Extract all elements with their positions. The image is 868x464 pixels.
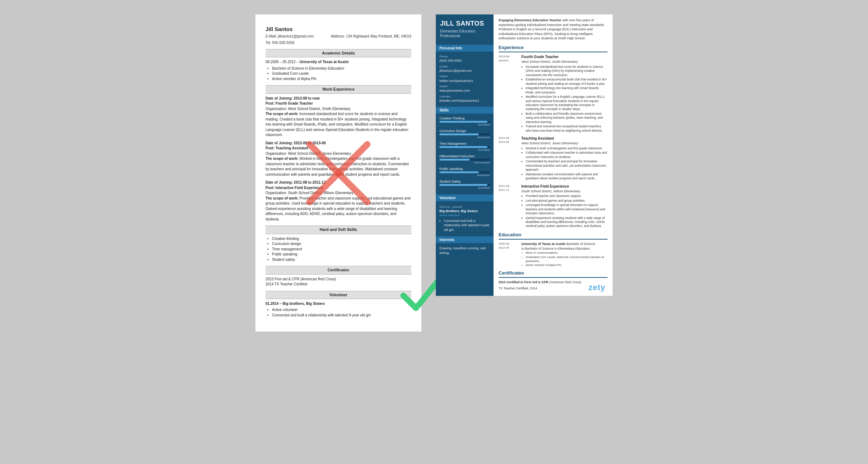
skill-creative-thinking: Creative Thinking Excellent (436, 116, 494, 128)
right-name: JILL SANTOS (440, 20, 489, 27)
skill-diff-bar-bg (439, 159, 490, 161)
skill-student-safety: Student Safety Excellent (436, 179, 494, 192)
work1-date: Date of Joining: 2013-08 to now (266, 96, 411, 101)
work-entry-1: Date of Joining: 2013-08 to now Post: Fo… (266, 96, 411, 138)
left-resume-wrapper: Jill Santos E-Mail: jillsantos1@gmail.co… (255, 14, 421, 332)
left-volunteer-item-1: Active volunteer (272, 307, 411, 313)
work3-scope: The scope of work: Provided teacher and … (266, 196, 411, 222)
edu-entry-1: 2008-08 -2012-05 University of Texas at … (499, 242, 608, 267)
sidebar-volunteer-block: 2014-01 - present Big Brothers, Big Sist… (436, 203, 494, 234)
skill-curriculum-name: Curriculum Design (439, 129, 490, 133)
left-email: jillsantos1@gmail.com (278, 34, 314, 38)
cert2-text: TX Teacher Certified, 2014 (499, 286, 537, 290)
volunteer-role: Active Volunteer (439, 213, 490, 217)
cert1-text: Certified in First Aid & CPR (American R… (506, 280, 581, 284)
skill-safety-level: Excellent (439, 186, 490, 189)
exp2-b4: Maintained constant communication with p… (526, 172, 608, 181)
edu1-b3: Active member of Alpha Phi. (526, 263, 608, 267)
email-item: E-mail jillsantos1@gmail.com (436, 64, 494, 74)
edu1-school: University of Texas at Austin (521, 242, 566, 246)
skill-3: Time management (272, 247, 411, 252)
left-volunteer-date: 01.2014 – Big brothers, Big Sisters (266, 301, 411, 307)
personal-info-title: Personal Info (436, 45, 494, 52)
phone-value: (555) 555-5555 (439, 58, 490, 63)
certs-section-title: Certificates (266, 266, 411, 274)
exp1-b5: Built a collaborative and friendly class… (526, 112, 608, 124)
edu1-b2: Graduated Cum Laude; asked be commenceme… (526, 255, 608, 263)
exp-entry-3: 2011-08 -2011-12 Interactive Field Exper… (499, 184, 608, 229)
left-header: Jill Santos E-Mail: jillsantos1@gmail.co… (266, 25, 411, 45)
exp2-title: Teaching Assistant (521, 136, 608, 141)
education-section-title: Education (499, 232, 608, 240)
left-volunteer-list: Active volunteer Connected and built a r… (266, 307, 411, 318)
work2-org: Organization: West School District, Jone… (266, 151, 411, 157)
work2-date: Date of Joining: 2012-08 to 2013-08 (266, 141, 411, 146)
volunteer-bullets: Connected and built a relationship with … (439, 219, 490, 232)
edu-school: University of Texas at Austin (300, 60, 349, 64)
exp2-dates: 2012-08 -2013-08 (499, 136, 518, 181)
twitter-item: Twitter twitter.com/janesantos1 (436, 74, 494, 84)
work1-org: Organization: West School District, Smit… (266, 106, 411, 112)
exp3-b2: Led educational games and group activiti… (526, 199, 608, 203)
left-cert-2: 2014 TX Teacher Certified (266, 282, 411, 287)
skill-safety-bar-bg (439, 184, 490, 186)
exp1-b6: Trained and mentored two exceptional stu… (526, 124, 608, 133)
skill-public-bar-bg (439, 171, 490, 173)
skills-title: Skills (436, 107, 494, 114)
skill-diff-bar-fill (439, 159, 470, 161)
left-address-line: Address: 134 Rightward Way Portland, ME,… (331, 34, 411, 39)
exp2-org: West School District, Jones Elementary (521, 141, 608, 146)
www-label: WWW (439, 84, 490, 88)
right-main: Engaging Elementary Education Teacher wi… (494, 14, 613, 296)
exp3-bullets: Provided teacher and classroom support. … (521, 194, 608, 228)
skill-curriculum-level: Advanced (439, 136, 490, 139)
exp-entry-2: 2012-08 -2013-08 Teaching Assistant West… (499, 136, 608, 181)
left-address: 134 Rightward Way Portland, ME, 04019 (346, 34, 411, 38)
left-resume: Jill Santos E-Mail: jillsantos1@gmail.co… (255, 14, 421, 332)
edu-degree: Bachelor of Science in Elementary Educat… (272, 66, 411, 71)
edu-dates: 08.2008 – 05.2012 (266, 60, 295, 64)
left-volunteer-block: 01.2014 – Big brothers, Big Sisters Acti… (266, 301, 411, 318)
phone-label: Phone (439, 54, 490, 58)
summary-text: Engaging Elementary Education Teacher wi… (499, 18, 608, 41)
twitter-value: twitter.com/janesantos1 (439, 79, 490, 83)
interests-title: Interests (436, 236, 494, 243)
work3-date: Date of Joining: 2011-08 to 2011-12 (266, 180, 411, 185)
skill-diff-name: Differentiated Instruction (439, 154, 490, 158)
exp3-dates: 2011-08 -2011-12 (499, 184, 518, 229)
exp1-bullets: Increased standardized test score for st… (521, 65, 608, 133)
email-label-right: E-mail (439, 65, 490, 69)
skill-time-level: Excellent (439, 148, 490, 152)
right-title: Elementary Education Professional (440, 29, 489, 38)
exp1-content: Fourth Grade Teacher West School Distric… (521, 54, 608, 133)
skill-1: Creative thinking (272, 236, 411, 242)
skill-time-name: Time Management (439, 142, 490, 145)
skill-creative-bar-bg (439, 121, 490, 123)
volunteer-dates: 2014-01 - present (439, 205, 490, 209)
skill-creative-name: Creative Thinking (439, 117, 490, 120)
exp2-b3: Commended by teachers and principal for … (526, 159, 608, 172)
edu-dates-school: 08.2008 – 05.2012 – University of Texas … (266, 60, 411, 65)
certs-section-title-right: Certificates (499, 270, 608, 278)
skill-public-level: Advanced (439, 174, 490, 177)
cert1-year: 2015 (499, 280, 505, 284)
right-sidebar: JILL SANTOS Elementary Education Profess… (436, 14, 494, 296)
exp1-org: West School District, Smith Elementary (521, 60, 608, 64)
skill-safety-name: Student Safety (439, 180, 490, 183)
skill-public-bar-fill (439, 171, 479, 173)
skill-diff-instruction: Differentiated Instruction Intermediate (436, 154, 494, 166)
left-tel-line: Tel: 555-555-5555 (266, 40, 411, 45)
exp3-content: Interactive Field Experience South Schoo… (521, 184, 608, 229)
interests-text: Drawing, marathon running, and writing. (436, 245, 494, 256)
work2-scope: The scope of work: Worked in both a kind… (266, 156, 411, 177)
experience-title: Experience (499, 44, 608, 52)
exp1-b3: Integrated technology into learning with… (526, 86, 608, 95)
skill-curriculum-design: Curriculum Design Advanced (436, 128, 494, 141)
left-volunteer-item-2: Connected and built a relationship with … (272, 313, 411, 318)
exp3-org: South School District, Wilson Elementary (521, 189, 608, 194)
exp1-dates: 2013-08 -present (499, 54, 518, 133)
work-entry-2: Date of Joining: 2012-08 to 2013-08 Post… (266, 141, 411, 178)
skill-time-bar-bg (439, 146, 490, 148)
skill-safety-bar-fill (439, 184, 487, 186)
exp3-b3: Leveraged knowledge in special education… (526, 203, 608, 215)
